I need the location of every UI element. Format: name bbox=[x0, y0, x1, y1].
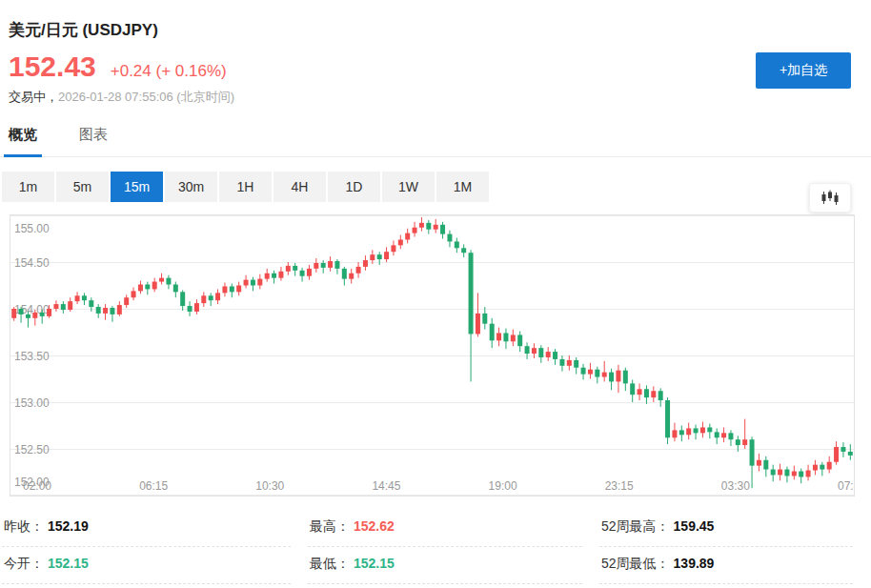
stat-label: 今开： bbox=[4, 556, 44, 571]
stat-value: 152.15 bbox=[354, 556, 395, 571]
stat-label: 最低： bbox=[310, 556, 350, 571]
last-price: 152.43 bbox=[9, 52, 96, 81]
stat-label: 52周最高： bbox=[601, 518, 670, 534]
stat-item: 昨收：152.19 bbox=[2, 510, 291, 547]
stat-value: 152.62 bbox=[354, 518, 395, 534]
period-button-1m[interactable]: 1m bbox=[2, 172, 54, 202]
candlestick-icon bbox=[820, 190, 840, 206]
stat-item: 52周最高：159.45 bbox=[599, 510, 853, 547]
svg-text:153.50: 153.50 bbox=[14, 350, 50, 363]
period-button-1m[interactable]: 1M bbox=[436, 172, 489, 202]
tab-chart[interactable]: 图表 bbox=[79, 126, 108, 156]
add-watchlist-button[interactable]: +加自选 bbox=[756, 52, 851, 89]
period-bar: 1m5m15m30m1H4H1D1W1M bbox=[2, 172, 871, 202]
svg-text:152.50: 152.50 bbox=[14, 443, 50, 456]
stat-value: 159.45 bbox=[674, 518, 715, 534]
price-row: 152.43 +0.24 (+ 0.16%) bbox=[0, 52, 871, 81]
period-button-4h[interactable]: 4H bbox=[273, 172, 326, 202]
period-button-1d[interactable]: 1D bbox=[328, 172, 380, 202]
stat-label: 昨收： bbox=[4, 518, 44, 534]
stat-item: 今开：152.15 bbox=[2, 547, 291, 584]
svg-text:02:00: 02:00 bbox=[23, 479, 51, 493]
svg-text:154.50: 154.50 bbox=[14, 256, 50, 270]
svg-text:14:45: 14:45 bbox=[372, 479, 400, 493]
svg-text:155.00: 155.00 bbox=[14, 222, 50, 235]
tab-overview[interactable]: 概览 bbox=[9, 126, 37, 156]
stat-value: 152.15 bbox=[48, 556, 89, 571]
period-button-1h[interactable]: 1H bbox=[219, 172, 272, 202]
stat-value: 152.19 bbox=[48, 518, 89, 534]
candlestick-chart[interactable]: 155.00154.50154.00153.50153.00152.50152.… bbox=[10, 214, 855, 497]
stat-label: 52周最低： bbox=[601, 556, 670, 571]
svg-text:23:15: 23:15 bbox=[605, 479, 634, 493]
period-button-1w[interactable]: 1W bbox=[382, 172, 435, 202]
svg-text:19:00: 19:00 bbox=[489, 479, 517, 493]
quote-timestamp: 2026-01-28 07:55:06 (北京时间) bbox=[58, 90, 234, 104]
chart-style-button[interactable] bbox=[809, 183, 851, 213]
stat-item: 最低：152.15 bbox=[308, 547, 582, 584]
svg-text:03:30: 03:30 bbox=[721, 479, 750, 493]
svg-text:06:15: 06:15 bbox=[139, 479, 168, 493]
price-change: +0.24 (+ 0.16%) bbox=[111, 62, 227, 81]
trading-status: 交易中， bbox=[9, 90, 58, 104]
period-button-30m[interactable]: 30m bbox=[165, 172, 217, 202]
period-button-5m[interactable]: 5m bbox=[56, 172, 109, 202]
svg-text:153.00: 153.00 bbox=[14, 396, 50, 410]
stats-grid: 昨收：152.19最高：152.6252周最高：159.45今开：152.15最… bbox=[2, 510, 853, 584]
svg-text:07:45: 07:45 bbox=[838, 479, 854, 493]
trading-status-row: 交易中，2026-01-28 07:55:06 (北京时间) bbox=[0, 89, 871, 106]
stat-label: 最高： bbox=[310, 518, 350, 534]
tab-bar: 概览图表 bbox=[0, 126, 871, 157]
quote-page: 美元/日元 (USDJPY) 152.43 +0.24 (+ 0.16%) 交易… bbox=[0, 0, 871, 588]
stat-item: 最高：152.62 bbox=[308, 510, 582, 547]
period-button-15m[interactable]: 15m bbox=[111, 172, 163, 202]
stat-value: 139.89 bbox=[674, 556, 715, 571]
svg-text:10:30: 10:30 bbox=[255, 479, 284, 493]
page-title: 美元/日元 (USDJPY) bbox=[0, 0, 871, 41]
stat-item: 52周最低：139.89 bbox=[599, 547, 853, 584]
